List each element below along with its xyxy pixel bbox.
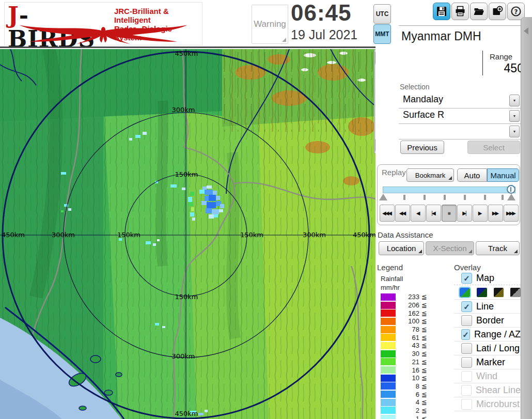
logo-subtitle-line1: JRC-Brilliant & Intelligent xyxy=(114,7,202,24)
replay-panel: Replay Bookmark Auto Manual ◀◀◀ ◀◀ ◀ |◀ … xyxy=(377,164,520,225)
overlay-row-border[interactable]: ✓ Border xyxy=(454,314,521,328)
play-button[interactable]: ▶ xyxy=(473,205,488,222)
legend-operator: ≦ xyxy=(421,366,427,374)
legend-value: 61 xyxy=(396,334,419,342)
auto-button[interactable]: Auto xyxy=(457,168,487,182)
legend-operator: ≦ xyxy=(421,301,427,309)
toolbar: ? xyxy=(433,3,525,20)
overlay-row-line[interactable]: ✓ Line xyxy=(454,300,521,314)
forward-fastest-button[interactable]: ▶▶▶ xyxy=(504,205,519,222)
overlay-item-label: Border xyxy=(476,315,504,326)
legend-operator: ≦ xyxy=(421,309,427,317)
legend-swatch xyxy=(381,407,396,414)
map-style-option-2[interactable] xyxy=(477,288,487,297)
legend-row: 16≦ xyxy=(380,366,436,374)
overlay-row-map[interactable]: ✓ Map xyxy=(454,272,521,285)
radar-map[interactable]: 450km 300km 150km 150km 300km 450km 450k… xyxy=(0,49,375,419)
panel-collapse-strip[interactable] xyxy=(521,17,532,419)
manual-button[interactable]: Manual xyxy=(487,168,519,182)
marker-checkbox[interactable]: ✓ xyxy=(461,357,472,368)
replay-slider-handle[interactable] xyxy=(507,185,515,194)
overlay-row-marker[interactable]: ✓ Marker xyxy=(454,355,521,369)
range-end-marker[interactable] xyxy=(507,194,515,200)
legend-swatch xyxy=(381,375,396,382)
legend-swatch xyxy=(381,391,396,398)
location-button[interactable]: Location xyxy=(379,241,424,255)
option-dropdown[interactable]: ▼ xyxy=(399,124,521,139)
map-checkbox[interactable]: ✓ xyxy=(461,273,472,284)
legend-swatch xyxy=(381,358,396,365)
track-button[interactable]: Track xyxy=(476,241,520,255)
check-icon: ✓ xyxy=(462,331,469,338)
rewind-fastest-button[interactable]: ◀◀◀ xyxy=(380,205,395,222)
legend-operator: ≦ xyxy=(421,415,427,419)
clock-date: 19 Jul 2021 xyxy=(291,27,357,42)
check-icon: ✓ xyxy=(463,303,470,311)
station-separator xyxy=(399,25,521,26)
overlay-row-range-az[interactable]: ✓ Range / AZ xyxy=(454,328,521,342)
map-style-option-4[interactable] xyxy=(510,288,521,297)
replay-label: Replay xyxy=(382,168,406,177)
ring-label: 450km xyxy=(353,231,375,239)
slider-tick xyxy=(484,195,486,200)
previous-button[interactable]: Previous xyxy=(400,141,444,154)
playback-controls: ◀◀◀ ◀◀ ◀ |◀ ■ ▶| ▶ ▶▶ ▶▶▶ xyxy=(380,205,519,222)
map-style-option-1[interactable] xyxy=(460,288,470,297)
slider-tick xyxy=(424,195,426,200)
chevron-down-icon[interactable]: ▼ xyxy=(509,95,520,106)
legend-value: 233 xyxy=(396,293,419,301)
mmt-button[interactable]: MMT xyxy=(373,24,391,44)
warning-button[interactable]: Warning xyxy=(252,5,288,44)
header-divider xyxy=(0,46,394,48)
legend-value: 2 xyxy=(396,407,419,414)
play-backward-button[interactable]: ◀ xyxy=(411,205,426,222)
ring-label: 150km xyxy=(175,170,198,178)
site-dropdown[interactable]: Mandalay ▼ xyxy=(399,93,521,108)
slider-tick xyxy=(444,195,446,200)
legend-swatch xyxy=(381,415,396,419)
x-section-button[interactable]: X-Section xyxy=(426,241,474,255)
bookmark-button[interactable]: Bookmark xyxy=(406,168,454,182)
print-icon xyxy=(455,6,466,17)
rewind-button[interactable]: ◀◀ xyxy=(395,205,410,222)
slider-tick xyxy=(403,195,405,200)
save-button[interactable] xyxy=(433,3,450,20)
map-style-picker xyxy=(454,285,521,300)
warning-label: Warning xyxy=(254,19,286,29)
line-checkbox[interactable]: ✓ xyxy=(461,301,472,312)
legend-swatch xyxy=(381,382,396,390)
product-dropdown[interactable]: Surface R ▼ xyxy=(399,108,521,124)
step-forward-button[interactable]: ▶| xyxy=(457,205,472,222)
legend-swatch xyxy=(381,309,396,317)
eagle-icon xyxy=(7,24,200,44)
legend-value: 6 xyxy=(396,391,419,398)
overlay-row-lati-long[interactable]: ✓ Lati / Long xyxy=(454,342,521,355)
border-checkbox[interactable]: ✓ xyxy=(461,315,472,326)
forward-button[interactable]: ▶▶ xyxy=(488,205,503,222)
lati-long-checkbox[interactable]: ✓ xyxy=(461,343,472,354)
overlay-options: ✓ Map ✓ Line ✓ Border ✓ Range / AZ ✓ Lat… xyxy=(454,272,521,411)
chevron-down-icon[interactable]: ▼ xyxy=(509,110,520,122)
range-start-marker[interactable] xyxy=(379,194,387,200)
utc-button[interactable]: UTC xyxy=(373,4,391,24)
legend-swatch xyxy=(381,318,396,325)
chevron-down-icon[interactable]: ▼ xyxy=(509,126,520,137)
help-icon: ? xyxy=(510,6,522,17)
stop-button[interactable]: ■ xyxy=(442,205,457,222)
legend-swatch xyxy=(381,334,396,341)
overlay-item-label: Marker xyxy=(476,357,505,368)
legend-swatch xyxy=(381,366,396,374)
legend-value: 21 xyxy=(396,358,419,366)
legend-value: 30 xyxy=(396,350,419,358)
site-dropdown-value: Mandalay xyxy=(403,94,443,105)
map-style-option-3[interactable] xyxy=(494,288,504,297)
export-image-button[interactable] xyxy=(489,3,506,20)
open-file-button[interactable] xyxy=(470,3,488,20)
print-button[interactable] xyxy=(451,3,469,20)
shear-line-checkbox: ✓ xyxy=(461,385,472,396)
step-backward-button[interactable]: |◀ xyxy=(426,205,441,222)
range-az-checkbox[interactable]: ✓ xyxy=(461,329,470,340)
replay-slider-track[interactable] xyxy=(383,187,515,193)
legend-row: 10≦ xyxy=(380,374,436,382)
overlay-item-label: Wind xyxy=(476,371,497,382)
